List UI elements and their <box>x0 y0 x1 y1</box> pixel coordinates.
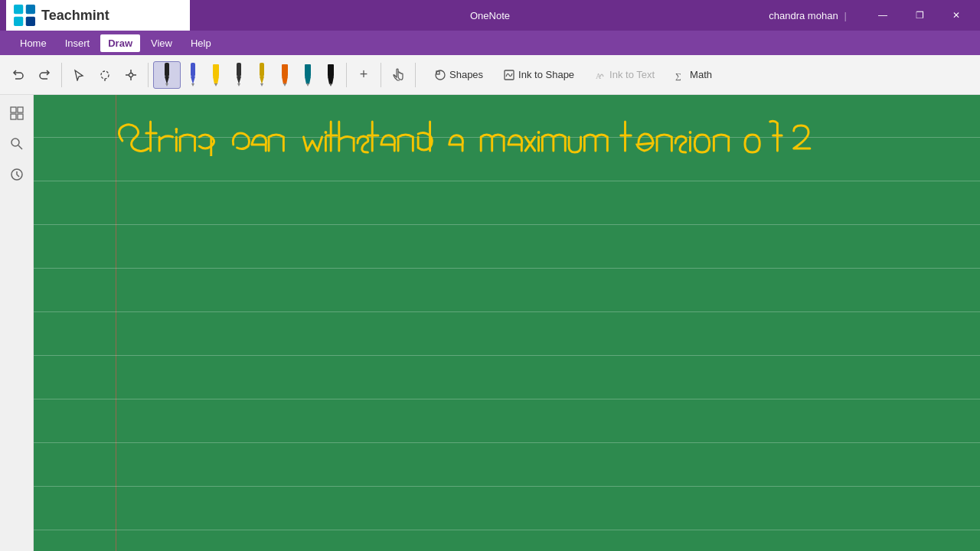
notebook-line-8 <box>34 442 980 443</box>
svg-rect-43 <box>18 114 23 119</box>
highlighter-orange[interactable] <box>274 61 296 89</box>
menu-insert[interactable]: Insert <box>57 34 98 52</box>
notebook-line-3 <box>34 224 980 225</box>
highlighter-yellow[interactable] <box>205 61 227 89</box>
svg-point-50 <box>689 131 692 134</box>
add-pen-button[interactable]: + <box>351 61 376 89</box>
margin-line <box>116 95 116 551</box>
svg-marker-33 <box>328 77 334 84</box>
notebook-line-4 <box>34 268 980 269</box>
menu-home[interactable]: Home <box>12 34 54 52</box>
svg-rect-41 <box>18 107 23 112</box>
pen-black[interactable] <box>153 61 181 89</box>
close-button[interactable]: ✕ <box>939 0 974 31</box>
canvas-area[interactable] <box>34 95 980 551</box>
marker-black[interactable] <box>320 61 341 89</box>
ink-to-shape-button[interactable]: Ink to Shape <box>495 61 582 89</box>
svg-marker-16 <box>191 83 194 86</box>
svg-rect-26 <box>282 64 288 77</box>
svg-rect-11 <box>165 63 169 77</box>
svg-marker-21 <box>237 77 241 84</box>
pen-dark-yellow[interactable] <box>251 61 273 89</box>
titlebar: Teachmint OneNote chandra mohan | — ❐ ✕ <box>0 0 980 31</box>
svg-point-4 <box>101 71 109 79</box>
svg-rect-20 <box>237 63 241 77</box>
sidebar-search-icon[interactable] <box>5 132 29 156</box>
svg-marker-15 <box>191 77 195 84</box>
svg-point-35 <box>436 70 445 80</box>
convert-group: Shapes Ink to Shape A Ink to Text ∑ Math <box>426 61 720 89</box>
teachmint-logo-icon <box>14 5 35 26</box>
menu-help[interactable]: Help <box>183 34 219 52</box>
svg-rect-29 <box>305 64 311 77</box>
undo-button[interactable] <box>6 61 31 89</box>
svg-marker-25 <box>260 83 263 86</box>
redo-button[interactable] <box>32 61 57 89</box>
svg-rect-0 <box>14 5 23 14</box>
sidebar-history-icon[interactable] <box>5 162 29 187</box>
svg-marker-19 <box>214 83 217 86</box>
titlebar-right: chandra mohan | — ❐ ✕ <box>769 0 974 31</box>
pen-blue[interactable] <box>182 61 204 89</box>
svg-text:∑: ∑ <box>675 71 681 81</box>
toolbar: + Shapes Ink to Shape <box>0 55 980 95</box>
svg-marker-22 <box>237 83 240 86</box>
svg-line-45 <box>18 145 22 149</box>
app-title: OneNote <box>470 10 510 21</box>
notebook-line-5 <box>34 311 980 312</box>
notebook-line-9 <box>34 486 980 487</box>
svg-rect-36 <box>436 71 439 74</box>
svg-marker-34 <box>329 83 332 86</box>
svg-rect-23 <box>260 63 264 77</box>
svg-rect-32 <box>328 64 334 77</box>
sep4 <box>381 63 381 87</box>
window-controls: — ❐ ✕ <box>865 0 974 31</box>
select-tool[interactable] <box>67 61 91 89</box>
menubar: Home Insert Draw View Help <box>0 31 980 55</box>
svg-marker-28 <box>283 83 286 86</box>
svg-marker-27 <box>282 77 288 84</box>
svg-rect-1 <box>26 5 35 14</box>
menu-draw[interactable]: Draw <box>100 34 140 52</box>
logo-text: Teachmint <box>41 8 109 24</box>
svg-rect-2 <box>14 17 23 26</box>
finger-pan-button[interactable] <box>386 61 410 89</box>
notebook-line-7 <box>34 399 980 399</box>
svg-point-49 <box>537 131 541 134</box>
svg-rect-42 <box>11 114 16 119</box>
sidebar <box>0 95 34 551</box>
svg-rect-14 <box>191 63 195 77</box>
svg-rect-3 <box>26 17 35 26</box>
svg-marker-12 <box>165 77 169 84</box>
highlighter-teal[interactable] <box>297 61 318 89</box>
svg-marker-13 <box>165 83 168 86</box>
handwriting-svg <box>34 99 980 156</box>
logo-area: Teachmint <box>6 0 190 31</box>
separator: | <box>844 10 847 21</box>
notebook-line-10 <box>34 530 980 530</box>
main-area <box>0 95 980 551</box>
svg-marker-31 <box>306 83 309 86</box>
svg-marker-24 <box>260 77 264 84</box>
pen-dark[interactable] <box>228 61 250 89</box>
svg-marker-18 <box>213 77 219 84</box>
menu-view[interactable]: View <box>143 34 180 52</box>
sep2 <box>148 63 149 87</box>
svg-point-48 <box>324 131 327 134</box>
shapes-button[interactable]: Shapes <box>426 61 491 89</box>
svg-point-44 <box>11 139 19 146</box>
math-button[interactable]: ∑ Math <box>667 61 720 89</box>
minimize-button[interactable]: — <box>865 0 900 31</box>
lasso-tool[interactable] <box>93 61 117 89</box>
ink-to-text-button[interactable]: A Ink to Text <box>586 61 662 89</box>
svg-point-47 <box>175 128 178 131</box>
svg-marker-30 <box>305 77 311 84</box>
sidebar-panels-icon[interactable] <box>5 101 29 126</box>
svg-point-10 <box>129 73 133 77</box>
pan-tool[interactable] <box>119 61 143 89</box>
sep3 <box>346 63 347 87</box>
notebook-line-6 <box>34 355 980 356</box>
restore-button[interactable]: ❐ <box>902 0 937 31</box>
user-name: chandra mohan <box>769 10 838 21</box>
svg-rect-17 <box>213 64 219 77</box>
